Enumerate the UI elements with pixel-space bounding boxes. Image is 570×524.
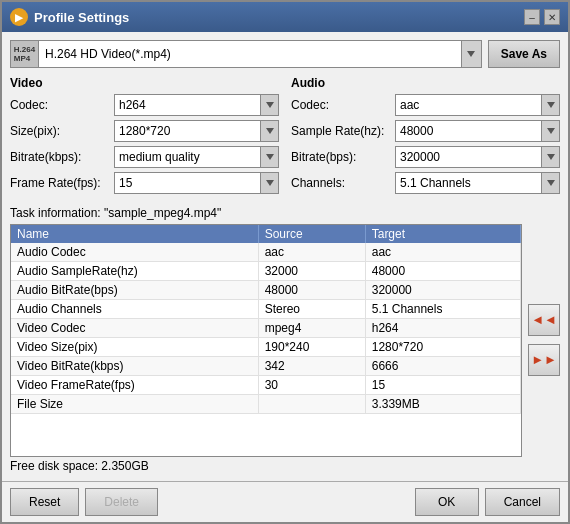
profile-row: H.264MP4 H.264 HD Video(*.mp4) Save As [10, 40, 560, 68]
table-row: Video BitRate(kbps)3426666 [11, 357, 521, 376]
minimize-button[interactable]: – [524, 9, 540, 25]
chevron-down-icon [547, 102, 555, 108]
audio-channels-select[interactable]: 5.1 Channels [395, 172, 560, 194]
cell-source [258, 395, 365, 414]
video-bitrate-row: Bitrate(kbps): medium quality [10, 146, 279, 168]
cell-name: Video FrameRate(fps) [11, 376, 258, 395]
audio-bitrate-select[interactable]: 320000 [395, 146, 560, 168]
chevron-down-icon [547, 154, 555, 160]
audio-codec-arrow[interactable] [541, 95, 559, 115]
chevron-down-icon [547, 128, 555, 134]
cell-name: Audio SampleRate(hz) [11, 262, 258, 281]
chevron-down-icon [266, 102, 274, 108]
cell-source: 32000 [258, 262, 365, 281]
cell-target: 320000 [365, 281, 520, 300]
chevron-down-icon [266, 128, 274, 134]
video-size-arrow[interactable] [260, 121, 278, 141]
table-row: Audio BitRate(bps)48000320000 [11, 281, 521, 300]
cell-target: 3.339MB [365, 395, 520, 414]
cell-source: 48000 [258, 281, 365, 300]
video-codec-value: h264 [115, 98, 260, 112]
cell-source: 30 [258, 376, 365, 395]
close-button[interactable]: ✕ [544, 9, 560, 25]
video-size-label: Size(pix): [10, 124, 110, 138]
audio-codec-label: Codec: [291, 98, 391, 112]
title-bar: ▶ Profile Settings – ✕ [2, 2, 568, 32]
profile-select-text: H.264 HD Video(*.mp4) [39, 47, 461, 61]
table-row: Audio SampleRate(hz)3200048000 [11, 262, 521, 281]
table-header-row: Name Source Target [11, 225, 521, 243]
title-buttons: – ✕ [524, 9, 560, 25]
audio-group-label: Audio [291, 76, 560, 90]
audio-codec-select[interactable]: aac [395, 94, 560, 116]
delete-button[interactable]: Delete [85, 488, 158, 516]
video-codec-select[interactable]: h264 [114, 94, 279, 116]
table-row: File Size3.339MB [11, 395, 521, 414]
table-row: Video FrameRate(fps)3015 [11, 376, 521, 395]
video-framerate-label: Frame Rate(fps): [10, 176, 110, 190]
cell-source: aac [258, 243, 365, 262]
cell-name: Video BitRate(kbps) [11, 357, 258, 376]
video-codec-arrow[interactable] [260, 95, 278, 115]
video-codec-row: Codec: h264 [10, 94, 279, 116]
prev-button[interactable]: ◄◄ [528, 304, 560, 336]
chevron-down-icon [266, 180, 274, 186]
cell-name: Video Size(pix) [11, 338, 258, 357]
task-info-section: Task information: "sample_mpeg4.mp4" Nam… [10, 206, 560, 473]
next-button[interactable]: ►► [528, 344, 560, 376]
profile-dropdown-arrow[interactable] [461, 41, 481, 67]
audio-samplerate-arrow[interactable] [541, 121, 559, 141]
cell-target: 1280*720 [365, 338, 520, 357]
cell-target: 15 [365, 376, 520, 395]
video-size-select[interactable]: 1280*720 [114, 120, 279, 142]
prev-icon: ◄◄ [531, 312, 557, 327]
video-framerate-select[interactable]: 15 [114, 172, 279, 194]
cell-target: 48000 [365, 262, 520, 281]
task-info-table: Name Source Target Audio CodecaacaacAudi… [11, 225, 521, 414]
nav-buttons: ◄◄ ►► [528, 206, 560, 473]
cell-name: Audio Channels [11, 300, 258, 319]
col-target-header: Target [365, 225, 520, 243]
col-name-header: Name [11, 225, 258, 243]
bottom-bar: Reset Delete OK Cancel [2, 481, 568, 522]
video-bitrate-label: Bitrate(kbps): [10, 150, 110, 164]
video-group: Video Codec: h264 Size(pix): 1280*720 [10, 76, 279, 198]
audio-bitrate-label: Bitrate(bps): [291, 150, 391, 164]
audio-bitrate-arrow[interactable] [541, 147, 559, 167]
audio-bitrate-row: Bitrate(bps): 320000 [291, 146, 560, 168]
profile-settings-window: ▶ Profile Settings – ✕ H.264MP4 H.264 HD… [0, 0, 570, 524]
profile-select[interactable]: H.264MP4 H.264 HD Video(*.mp4) [10, 40, 482, 68]
chevron-down-icon [547, 180, 555, 186]
task-info-left: Task information: "sample_mpeg4.mp4" Nam… [10, 206, 522, 473]
params-row: Video Codec: h264 Size(pix): 1280*720 [10, 76, 560, 198]
cell-target: h264 [365, 319, 520, 338]
audio-samplerate-select[interactable]: 48000 [395, 120, 560, 142]
video-bitrate-select[interactable]: medium quality [114, 146, 279, 168]
audio-channels-row: Channels: 5.1 Channels [291, 172, 560, 194]
audio-codec-value: aac [396, 98, 541, 112]
reset-button[interactable]: Reset [10, 488, 79, 516]
disk-space-text: Free disk space: 2.350GB [10, 459, 522, 473]
video-framerate-arrow[interactable] [260, 173, 278, 193]
save-as-button[interactable]: Save As [488, 40, 560, 68]
cell-target: 5.1 Channels [365, 300, 520, 319]
video-bitrate-value: medium quality [115, 150, 260, 164]
ok-button[interactable]: OK [415, 488, 479, 516]
audio-bitrate-value: 320000 [396, 150, 541, 164]
app-icon: ▶ [10, 8, 28, 26]
video-codec-label: Codec: [10, 98, 110, 112]
cell-name: Video Codec [11, 319, 258, 338]
table-row: Audio Codecaacaac [11, 243, 521, 262]
video-bitrate-arrow[interactable] [260, 147, 278, 167]
audio-codec-row: Codec: aac [291, 94, 560, 116]
cell-source: 342 [258, 357, 365, 376]
task-info-table-wrapper[interactable]: Name Source Target Audio CodecaacaacAudi… [10, 224, 522, 457]
audio-channels-arrow[interactable] [541, 173, 559, 193]
table-row: Audio ChannelsStereo5.1 Channels [11, 300, 521, 319]
audio-samplerate-value: 48000 [396, 124, 541, 138]
cancel-button[interactable]: Cancel [485, 488, 560, 516]
video-size-value: 1280*720 [115, 124, 260, 138]
table-row: Video Codecmpeg4h264 [11, 319, 521, 338]
cell-name: Audio BitRate(bps) [11, 281, 258, 300]
cell-source: Stereo [258, 300, 365, 319]
